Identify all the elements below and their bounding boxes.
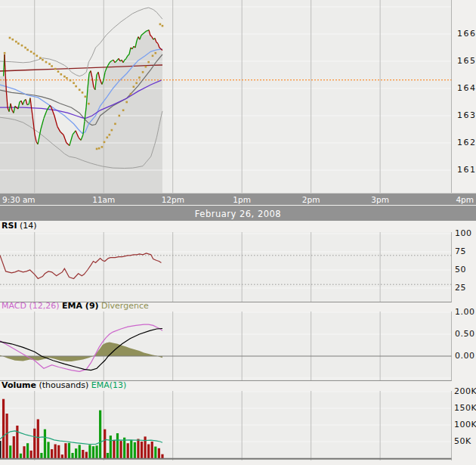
time-axis: 9:30 am11am12pm1pm2pm3pm4pm [0,193,476,205]
rsi-axis-label: 25 [455,283,476,293]
volume-axis-label: 100K [454,420,475,429]
volume-header: Volume (thousands) EMA(13) [2,380,126,391]
rsi-axis-label: 50 [455,265,476,274]
time-axis-label: 9:30 am [2,195,36,204]
volume-panel [0,391,452,460]
time-axis-label: 4pm [456,195,474,204]
macd-axis-label: 0.00 [455,351,476,361]
price-axis-label: 164 [457,83,476,93]
time-axis-label: 12pm [162,195,184,204]
divergence-legend: Divergence [101,301,149,311]
rsi-params: (14) [20,221,37,231]
macd-signal-legend: EMA (9) [62,301,99,311]
rsi-axis-label: 75 [455,246,476,256]
date-bar: February 26, 2008 [0,206,476,221]
time-axis-label: 1pm [230,195,253,204]
rsi-title: RSI [2,221,17,231]
macd-axis-label: 1.00 [455,307,476,317]
price-axis-label: 161 [457,165,476,175]
rsi-header: RSI (14) [2,221,37,231]
time-axis-label: 2pm [300,195,323,204]
time-axis-label: 3pm [369,195,391,204]
stock-chart: 9:30 am11am12pm1pm2pm3pm4pm February 26,… [0,0,476,465]
price-panel [0,0,452,194]
macd-legend: MACD (12,26) [2,301,60,311]
date-label: February 26, 2008 [195,209,281,219]
time-axis-label: 11am [92,195,115,204]
macd-axis-label: 0.50 [455,329,476,339]
rsi-axis-label: 100 [455,228,476,238]
volume-axis-label: 150K [454,403,475,413]
volume-ema-legend: EMA(13) [91,380,127,390]
volume-unit: (thousands) [39,380,89,390]
macd-header: MACD (12,26) EMA (9) Divergence [2,301,149,312]
volume-title: Volume [2,380,36,390]
volume-axis-label: 200K [454,386,475,396]
volume-axis-label: 50K [454,436,475,446]
price-axis-label: 166 [457,29,476,39]
price-axis-label: 162 [457,138,476,147]
rsi-panel [0,232,452,302]
price-axis-label: 165 [457,56,476,66]
macd-panel [0,312,452,381]
price-axis-label: 163 [457,110,476,120]
